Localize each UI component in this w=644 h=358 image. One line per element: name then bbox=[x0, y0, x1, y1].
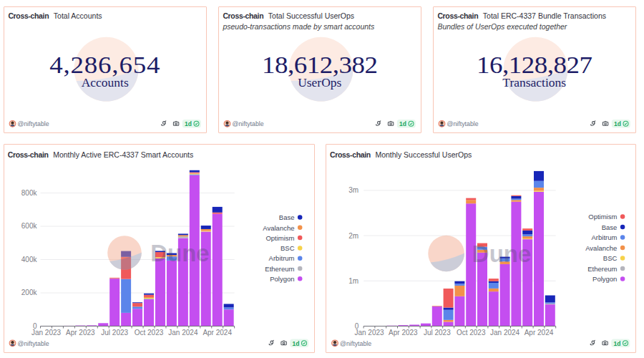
svg-text:Jul 2023: Jul 2023 bbox=[101, 329, 128, 337]
svg-text:3m: 3m bbox=[348, 186, 358, 194]
svg-text:Optimism: Optimism bbox=[588, 213, 617, 221]
svg-text:Jan 2024: Jan 2024 bbox=[490, 329, 520, 337]
svg-text:Arbitrum: Arbitrum bbox=[269, 254, 295, 262]
svg-text:BSC: BSC bbox=[280, 244, 295, 252]
svg-text:1d: 1d bbox=[614, 120, 621, 127]
svg-text:@niftytable: @niftytable bbox=[18, 120, 49, 127]
svg-text:1d: 1d bbox=[185, 120, 192, 127]
svg-text:pseudo-transactions made by sm: pseudo-transactions made by smart accoun… bbox=[222, 22, 375, 31]
svg-text:Transactions: Transactions bbox=[502, 75, 566, 90]
svg-text:Oct 2023: Oct 2023 bbox=[135, 329, 164, 337]
svg-text:Arbitrum: Arbitrum bbox=[591, 233, 617, 241]
svg-text:Avalanche: Avalanche bbox=[585, 244, 617, 252]
svg-text:Accounts: Accounts bbox=[82, 75, 129, 90]
svg-text:@niftytable: @niftytable bbox=[447, 120, 479, 127]
svg-text:Jan 2024: Jan 2024 bbox=[168, 329, 198, 337]
svg-text:Apr 2023: Apr 2023 bbox=[66, 329, 95, 337]
svg-text:200k: 200k bbox=[21, 289, 38, 296]
svg-text:1m: 1m bbox=[348, 277, 358, 285]
svg-text:Jan 2023: Jan 2023 bbox=[354, 329, 384, 337]
svg-text:Base: Base bbox=[279, 213, 295, 221]
svg-text:1d: 1d bbox=[399, 120, 406, 127]
svg-text:Jan 2023: Jan 2023 bbox=[31, 329, 62, 337]
svg-text:Base: Base bbox=[602, 223, 618, 231]
svg-text:@niftytable: @niftytable bbox=[340, 340, 371, 347]
svg-text:Oct 2023: Oct 2023 bbox=[457, 329, 486, 337]
svg-text:Ethereum: Ethereum bbox=[265, 265, 294, 273]
svg-text:Dune: Dune bbox=[150, 240, 210, 266]
svg-text:BSC: BSC bbox=[603, 254, 618, 262]
svg-text:Jul 2023: Jul 2023 bbox=[424, 329, 451, 337]
svg-text:Apr 2024: Apr 2024 bbox=[525, 329, 554, 337]
svg-text:@niftytable: @niftytable bbox=[233, 120, 264, 127]
svg-text:Ethereum: Ethereum bbox=[587, 265, 617, 273]
svg-text:Cross-chainMonthly Successful: Cross-chainMonthly Successful UserOps bbox=[330, 150, 472, 159]
svg-text:Polygon: Polygon bbox=[592, 275, 617, 283]
svg-text:Avalanche: Avalanche bbox=[263, 224, 294, 232]
svg-text:2m: 2m bbox=[348, 232, 358, 240]
svg-text:400k: 400k bbox=[21, 256, 38, 263]
svg-text:Cross-chainTotal Accounts: Cross-chainTotal Accounts bbox=[8, 11, 102, 20]
svg-text:800k: 800k bbox=[21, 189, 38, 197]
svg-text:Bundles of UserOps executed to: Bundles of UserOps executed together bbox=[437, 22, 567, 31]
svg-text:@niftytable: @niftytable bbox=[18, 340, 49, 347]
svg-text:1d: 1d bbox=[614, 340, 621, 347]
svg-text:Polygon: Polygon bbox=[270, 275, 294, 283]
svg-text:Apr 2024: Apr 2024 bbox=[203, 329, 232, 337]
svg-text:1d: 1d bbox=[293, 340, 300, 347]
svg-text:Cross-chainTotal Successful Us: Cross-chainTotal Successful UserOps bbox=[223, 11, 354, 20]
svg-text:Cross-chainTotal ERC-4337 Bund: Cross-chainTotal ERC-4337 Bundle Transac… bbox=[437, 11, 606, 20]
svg-text:Dune: Dune bbox=[472, 241, 532, 267]
svg-text:Cross-chainMonthly Active ERC-: Cross-chainMonthly Active ERC-4337 Smart… bbox=[8, 150, 194, 159]
svg-text:Apr 2023: Apr 2023 bbox=[389, 329, 418, 337]
svg-text:600k: 600k bbox=[21, 222, 38, 230]
svg-text:Optimism: Optimism bbox=[265, 234, 294, 242]
svg-text:UserOps: UserOps bbox=[298, 75, 341, 90]
